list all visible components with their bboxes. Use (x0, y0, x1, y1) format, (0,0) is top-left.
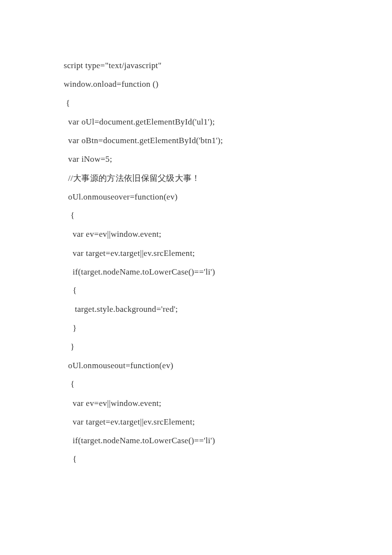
code-line: script type="text/javascript" (64, 56, 392, 75)
code-line: } (64, 338, 392, 356)
code-line: var target=ev.target||ev.srcElement; (64, 413, 392, 431)
code-line: { (64, 206, 392, 225)
code-line: target.style.background='red'; (64, 300, 392, 319)
code-line: { (64, 375, 392, 394)
code-document: script type="text/javascript" window.onl… (0, 0, 392, 469)
code-line: oUl.onmouseout=function(ev) (64, 356, 392, 375)
code-line: var target=ev.target||ev.srcElement; (64, 244, 392, 263)
code-line: oUl.onmouseover=function(ev) (64, 188, 392, 206)
code-line: var oUl=document.getElementById('ul1'); (64, 113, 392, 131)
code-line: var ev=ev||window.event; (64, 394, 392, 413)
code-line: if(target.nodeName.toLowerCase()=='li') (64, 263, 392, 281)
code-line: var oBtn=document.getElementById('btn1')… (64, 131, 392, 150)
code-line: //大事源的方法依旧保留父级大事！ (64, 169, 392, 188)
code-line: var ev=ev||window.event; (64, 225, 392, 244)
code-line: { (64, 281, 392, 300)
code-line: } (64, 319, 392, 338)
code-line: window.onload=function () (64, 75, 392, 94)
code-line: { (64, 450, 392, 469)
code-line: var iNow=5; (64, 150, 392, 169)
code-line: { (64, 94, 392, 113)
code-line: if(target.nodeName.toLowerCase()=='li') (64, 431, 392, 450)
